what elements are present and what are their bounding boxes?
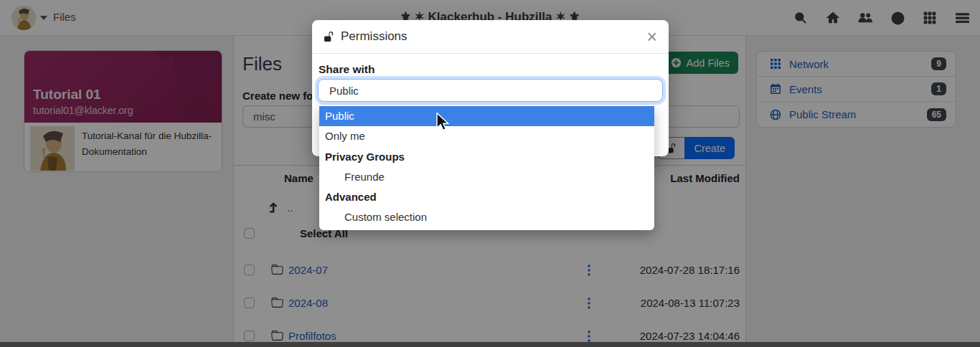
share-with-label: Share with [319, 63, 374, 76]
dropdown-option-custom-selection[interactable]: Custom selection [319, 207, 654, 227]
close-icon[interactable]: × [646, 28, 657, 46]
dropdown-option-freunde[interactable]: Freunde [319, 167, 654, 187]
dropdown-header-privacy-groups: Privacy Groups [319, 147, 654, 167]
dropdown-option-public[interactable]: Public [319, 106, 654, 126]
share-with-dropdown: Public Only me Privacy Groups Freunde Ad… [319, 105, 654, 230]
unlock-icon [324, 32, 334, 42]
modal-header: Permissions × [312, 20, 669, 54]
share-with-input[interactable] [318, 79, 663, 102]
dropdown-header-advanced: Advanced [319, 187, 654, 207]
dropdown-option-only-me[interactable]: Only me [319, 126, 654, 146]
modal-title: Permissions [341, 29, 407, 44]
